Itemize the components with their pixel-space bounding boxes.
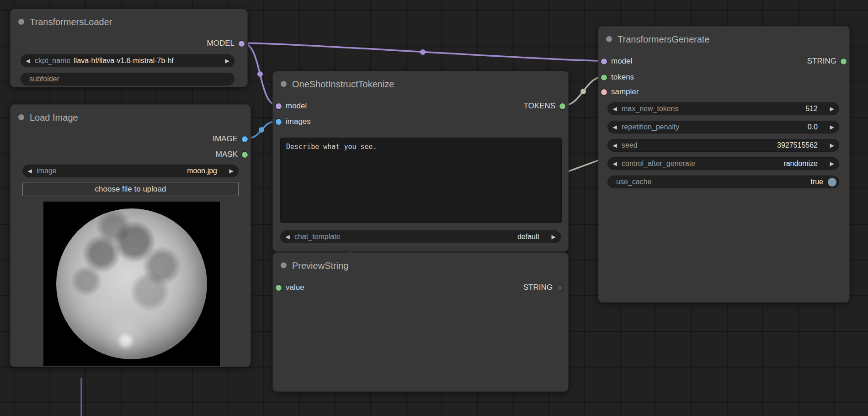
widget-label: max_new_tokens	[622, 105, 679, 113]
port-model-input[interactable]	[601, 59, 607, 64]
choose-file-button-label: choose file to upload	[95, 185, 166, 194]
ckpt-name-widget[interactable]: ◀ ckpt_name llava-hf/llava-v1.6-mistral-…	[21, 54, 234, 67]
port-string-output-label: STRING	[807, 57, 836, 66]
node-oneshot-instruct-tokenize[interactable]: OneShotInstructTokenize model images TOK…	[272, 71, 569, 252]
choose-file-button[interactable]: choose file to upload	[22, 182, 239, 196]
port-model-output-label: MODEL	[207, 39, 234, 48]
node-transformers-loader[interactable]: TransformersLoader MODEL ◀ ckpt_name lla…	[10, 9, 248, 87]
widget-value: 3927515562	[638, 141, 825, 149]
port-sampler-input-label: sampler	[611, 87, 639, 96]
max-new-tokens-widget[interactable]: ◀ max_new_tokens 512 ▶	[607, 102, 839, 115]
widget-value: llava-hf/llava-v1.6-mistral-7b-hf	[74, 57, 220, 65]
node-transformers-generate[interactable]: TransformersGenerate model tokens sample…	[598, 26, 850, 303]
widget-label: image	[37, 167, 57, 175]
port-mask-output[interactable]	[242, 152, 248, 158]
link-midpoint-dot	[580, 89, 586, 94]
node-title: TransformersLoader	[30, 17, 112, 27]
chat-template-widget[interactable]: ◀ chat_template default ▶	[280, 230, 561, 243]
prev-value-icon[interactable]: ◀	[23, 168, 37, 174]
node-preview-string[interactable]: PreviewString value STRING	[272, 252, 569, 392]
port-tokens-input[interactable]	[601, 75, 607, 80]
repetition-penalty-widget[interactable]: ◀ repetition_penalty 0.0 ▶	[607, 121, 839, 133]
prev-value-icon[interactable]: ◀	[281, 234, 294, 240]
next-value-icon[interactable]: ▶	[547, 234, 560, 240]
port-tokens-input-label: tokens	[611, 73, 634, 82]
widget-value: 0.0	[679, 123, 825, 131]
next-value-icon[interactable]: ▶	[825, 142, 839, 149]
widget-label: subfolder	[29, 75, 59, 83]
control-after-generate-widget[interactable]: ◀ control_after_generate randomize ▶	[607, 157, 839, 170]
node-title: OneShotInstructTokenize	[292, 79, 394, 90]
node-title: Load Image	[30, 112, 78, 123]
widget-value: 512	[679, 105, 825, 113]
port-sampler-input[interactable]	[601, 89, 607, 95]
toggle-knob-icon[interactable]	[828, 178, 836, 187]
port-images-input[interactable]	[276, 119, 282, 125]
port-image-output-label: IMAGE	[213, 134, 238, 144]
link-midpoint-dot	[259, 127, 264, 133]
next-value-icon[interactable]: ▶	[220, 58, 234, 64]
widget-label: repetition_penalty	[622, 123, 679, 131]
next-value-icon[interactable]: ▶	[224, 168, 238, 174]
node-title: PreviewString	[292, 261, 348, 271]
widget-label: seed	[622, 141, 638, 149]
image-preview	[43, 202, 220, 366]
next-value-icon[interactable]: ▶	[825, 124, 839, 130]
widget-value: moon.jpg	[57, 167, 224, 175]
port-value-input-label: value	[286, 283, 304, 292]
collapse-dot-icon[interactable]	[18, 114, 24, 120]
port-model-input-label: model	[286, 101, 307, 111]
node-load-image[interactable]: Load Image IMAGE MASK ◀ image moon.jpg ▶…	[10, 104, 251, 367]
graph-canvas[interactable]: TransformersLoader MODEL ◀ ckpt_name lla…	[0, 0, 868, 416]
next-value-icon[interactable]: ▶	[825, 106, 839, 112]
port-tokens-output-label: TOKENS	[523, 101, 555, 111]
prev-value-icon[interactable]: ◀	[608, 160, 622, 167]
port-tokens-output[interactable]	[559, 103, 565, 109]
link-midpoint-dot	[257, 71, 263, 77]
moon-image	[56, 208, 207, 359]
widget-label: control_after_generate	[622, 160, 695, 168]
port-model-input-label: model	[611, 57, 632, 66]
port-model-output[interactable]	[239, 41, 245, 47]
seed-widget[interactable]: ◀ seed 3927515562 ▶	[607, 139, 839, 152]
port-model-input[interactable]	[276, 103, 282, 109]
subfolder-widget[interactable]: subfolder	[21, 73, 234, 85]
use-cache-toggle[interactable]: use_cache true	[607, 176, 839, 188]
node-title: TransformersGenerate	[618, 34, 710, 45]
widget-label: use_cache	[616, 178, 651, 186]
prev-value-icon[interactable]: ◀	[608, 106, 622, 112]
next-value-icon[interactable]: ▶	[825, 160, 839, 167]
widget-value: randomize	[695, 160, 825, 168]
prev-value-icon[interactable]: ◀	[21, 58, 35, 64]
widget-label: ckpt_name	[35, 57, 70, 65]
widget-label: chat_template	[294, 233, 341, 241]
collapse-dot-icon[interactable]	[606, 36, 612, 42]
port-string-output[interactable]	[841, 59, 847, 64]
port-value-input[interactable]	[276, 285, 282, 291]
widget-value: default	[341, 233, 547, 241]
collapse-dot-icon[interactable]	[281, 262, 287, 268]
port-mask-output-label: MASK	[216, 150, 238, 159]
port-string-output-label: STRING	[523, 283, 553, 292]
link-midpoint-dot	[420, 49, 426, 55]
collapse-dot-icon[interactable]	[18, 19, 24, 25]
prev-value-icon[interactable]: ◀	[608, 142, 622, 149]
prev-value-icon[interactable]: ◀	[608, 124, 622, 130]
port-string-output[interactable]	[557, 285, 563, 291]
port-images-input-label: images	[286, 117, 311, 126]
image-select-widget[interactable]: ◀ image moon.jpg ▶	[22, 165, 239, 177]
widget-value: true	[810, 178, 823, 186]
port-image-output[interactable]	[242, 136, 248, 142]
prompt-textarea[interactable]: Describe what you see.	[280, 138, 562, 223]
collapse-dot-icon[interactable]	[281, 81, 287, 87]
